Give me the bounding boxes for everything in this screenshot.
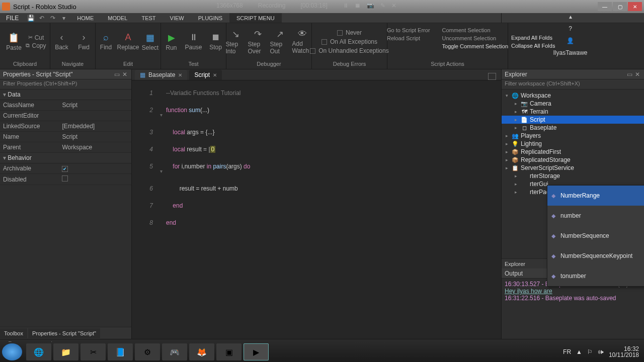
never-option[interactable]: Never	[337, 29, 362, 36]
tree-node[interactable]: ▸📷Camera	[502, 100, 644, 108]
panel-undock-icon[interactable]: ▭	[626, 71, 633, 78]
tree-node[interactable]: ▸📄Script	[502, 116, 644, 124]
tree-node[interactable]: ▸rterStorage	[502, 172, 644, 180]
collapse-ribbon-icon[interactable]: ▴	[569, 13, 572, 20]
tray-icon[interactable]: ⚐	[587, 348, 593, 355]
toggle-comment-button[interactable]: Toggle Comment Selection	[442, 43, 508, 49]
tree-node[interactable]: ▾🌐Workspace	[502, 92, 644, 100]
layout-icon[interactable]	[488, 73, 496, 80]
qat-more-icon[interactable]: ▾	[60, 15, 68, 22]
tree-node[interactable]: ▸👥Players	[502, 132, 644, 140]
autocomplete-item[interactable]: ◆NumberSequence	[547, 226, 644, 246]
tree-node[interactable]: ▸📋ServerScriptService	[502, 164, 644, 172]
step-into-button[interactable]: ↘Step Into	[226, 29, 246, 55]
tree-node[interactable]: ▸◻Baseplate	[502, 124, 644, 132]
recording-strip: 1366x768 Recording [00:03:18] ⏸⏹📷✎✕	[216, 2, 396, 9]
taskbar-app[interactable]: ⚙	[135, 343, 160, 360]
tree-node[interactable]: ▸📦ReplicatedStorage	[502, 156, 644, 164]
redo-icon[interactable]: ↷	[49, 15, 57, 22]
behavior-category[interactable]: Behavior	[0, 153, 131, 163]
panel-close-icon[interactable]: ✕	[121, 71, 128, 78]
paste-button[interactable]: 📋Paste	[4, 32, 24, 51]
taskbar-app[interactable]: ▣	[216, 343, 242, 360]
close-tab-icon[interactable]: ✕	[178, 72, 182, 78]
menu-tab[interactable]: PLUGINS	[191, 13, 229, 23]
output-title: Output	[505, 270, 523, 277]
archivable-checkbox[interactable]: ✔	[62, 166, 68, 172]
close-tab-icon[interactable]: ✕	[213, 72, 217, 78]
pause-button[interactable]: ⏸Pause	[184, 32, 204, 51]
code-editor[interactable]: 1--Variadic Functions Tutorial 2▾functio…	[132, 80, 501, 339]
menu-tab[interactable]: TEST	[134, 13, 163, 23]
lang-indicator[interactable]: FR	[563, 348, 571, 355]
unhandled-option[interactable]: On Unhandled Exceptions	[310, 47, 388, 54]
app-icon	[2, 3, 10, 11]
panel-undock-icon[interactable]: ▭	[113, 71, 120, 78]
ribbon: 📋Paste ✂ Cut ⧉ Copy Clipboard ‹Back ›Fwd…	[0, 23, 644, 69]
panel-tab[interactable]: Toolbox	[0, 328, 27, 338]
taskbar-app[interactable]: ✂	[80, 343, 106, 360]
uncomment-button[interactable]: Uncomment Selection	[442, 35, 508, 41]
tree-node[interactable]: ▸📦ReplicatedFirst	[502, 148, 644, 156]
output-body[interactable]: 16:30:13.527 - Baseplate was auto-saved …	[502, 279, 644, 339]
taskbar-app[interactable]: 🌐	[26, 343, 51, 360]
tray-icon[interactable]: 🕪	[598, 348, 604, 355]
taskbar-app[interactable]: 📘	[108, 343, 133, 360]
add-watch-button[interactable]: 👁Add Watch	[292, 29, 312, 54]
close-button[interactable]: ✕	[628, 2, 642, 11]
replace-button[interactable]: AReplace	[118, 32, 138, 51]
step-over-button[interactable]: ↷Step Over	[248, 29, 268, 55]
maximize-button[interactable]: ▢	[613, 2, 627, 11]
properties-panel: Properties - Script "Script" ▭ ✕ Filter …	[0, 69, 132, 339]
explorer-title: Explorer	[505, 71, 527, 78]
taskbar-app[interactable]: 📁	[53, 343, 78, 360]
comment-button[interactable]: Comment Selection	[442, 27, 508, 33]
disabled-checkbox[interactable]	[62, 175, 68, 182]
autocomplete-item[interactable]: ◆tonumber	[547, 266, 644, 286]
autocomplete-item[interactable]: ◆NumberRange	[547, 186, 644, 206]
select-button[interactable]: ▦Select	[140, 32, 160, 51]
panel-tab[interactable]: Properties - Script "Script"	[28, 328, 100, 338]
cut-button[interactable]: ✂ Cut	[26, 34, 46, 41]
collapse-folds-button[interactable]: Collapse All Folds	[511, 43, 555, 49]
step-out-button[interactable]: ↗Step Out	[270, 29, 290, 55]
explorer-filter[interactable]: Filter workspace (Ctrl+Shift+X)	[502, 79, 644, 89]
document-tabs: ▦Baseplate✕ Script✕	[132, 69, 501, 80]
taskbar-app-roblox[interactable]: ▶	[244, 343, 269, 360]
find-button[interactable]: ⌕Find	[96, 32, 116, 51]
minimize-button[interactable]: —	[598, 2, 612, 11]
menu-tab[interactable]: VIEW	[163, 13, 191, 23]
file-menu[interactable]: FILE	[0, 13, 25, 23]
start-button[interactable]	[2, 343, 22, 360]
tray-icon[interactable]: ▲	[576, 348, 582, 355]
window-titlebar: Script - Roblox Studio 1366x768 Recordin…	[0, 0, 644, 13]
properties-title: Properties - Script "Script"	[3, 71, 73, 78]
save-icon[interactable]: 💾	[27, 15, 35, 22]
menu-tab[interactable]: HOME	[70, 13, 101, 23]
autocomplete-item[interactable]: ◆number	[547, 206, 644, 226]
run-button[interactable]: ▶Run	[162, 32, 182, 51]
undo-icon[interactable]: ↶	[38, 15, 46, 22]
reload-script-button[interactable]: Reload Script	[387, 35, 430, 41]
properties-filter[interactable]: Filter Properties (Ctrl+Shift+P)	[0, 79, 131, 89]
tree-node[interactable]: ▸💡Lighting	[502, 140, 644, 148]
autocomplete-item[interactable]: ◆NumberSequenceKeypoint	[547, 246, 644, 266]
fwd-button[interactable]: ›Fwd	[74, 32, 94, 51]
autocomplete-popup[interactable]: ◆NumberRange◆number◆NumberSequence◆Numbe…	[547, 185, 644, 287]
goto-error-button[interactable]: Go to Script Error	[387, 27, 430, 33]
copy-button[interactable]: ⧉ Copy	[26, 42, 46, 49]
expand-folds-button[interactable]: Expand All Folds	[511, 35, 552, 41]
menu-tab[interactable]: MODEL	[101, 13, 134, 23]
panel-close-icon[interactable]: ✕	[634, 71, 641, 78]
tree-node[interactable]: ▸🗺Terrain	[502, 108, 644, 116]
taskbar-app[interactable]: 🦊	[189, 343, 214, 360]
clock[interactable]: 16:32 10/11/2018	[609, 346, 639, 358]
taskbar-app[interactable]: 🎮	[162, 343, 187, 360]
back-button[interactable]: ‹Back	[52, 32, 72, 51]
all-exceptions-option[interactable]: On All Exceptions	[321, 38, 377, 45]
stop-button[interactable]: ⏹Stop	[206, 32, 226, 51]
tab-script[interactable]: Script✕	[189, 70, 222, 80]
menu-tab[interactable]: SCRIPT MENU	[229, 13, 282, 23]
data-category[interactable]: Data	[0, 89, 131, 100]
tab-baseplate[interactable]: ▦Baseplate✕	[135, 70, 187, 80]
